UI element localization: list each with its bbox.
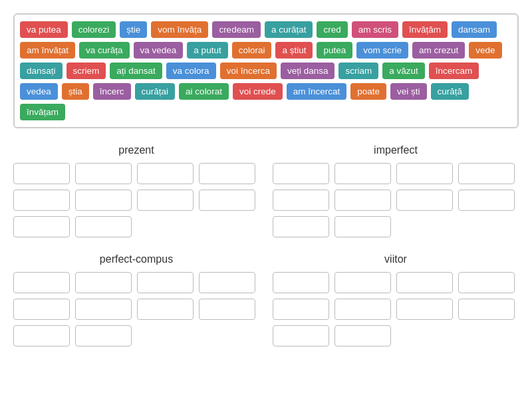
word-chip[interactable]: va curăța: [79, 42, 130, 59]
word-bank: va puteacoloreziștievom învățacredeama c…: [13, 13, 519, 128]
drop-box[interactable]: [75, 163, 132, 184]
drop-box[interactable]: [458, 190, 515, 211]
word-chip[interactable]: va putea: [20, 21, 68, 38]
word-chip[interactable]: voi încerca: [220, 63, 277, 79]
word-chip[interactable]: încerc: [93, 83, 131, 100]
word-chip[interactable]: dansam: [452, 21, 497, 38]
word-chip[interactable]: curăță: [431, 83, 469, 100]
category-title-perfect-compus: perfect-compus: [13, 253, 259, 265]
drop-row: [273, 325, 519, 346]
drop-box[interactable]: [273, 216, 329, 237]
word-chip[interactable]: a curățat: [265, 21, 313, 38]
drop-box[interactable]: [273, 163, 329, 184]
drop-box[interactable]: [396, 272, 453, 293]
drop-box[interactable]: [137, 190, 194, 211]
drop-box[interactable]: [75, 299, 132, 320]
drop-row: [13, 272, 259, 293]
drop-row: [13, 216, 259, 237]
drop-box[interactable]: [458, 163, 515, 184]
drop-box[interactable]: [137, 299, 194, 320]
drop-box[interactable]: [75, 190, 132, 211]
drop-row: [13, 325, 259, 346]
drop-grid-prezent: [13, 163, 259, 237]
word-chip[interactable]: vom scrie: [356, 42, 408, 59]
category-prezent: prezent: [13, 144, 259, 237]
category-viitor: viitor: [273, 253, 519, 346]
drop-box[interactable]: [13, 216, 70, 237]
drop-box[interactable]: [199, 190, 255, 211]
word-chip[interactable]: scriam: [338, 63, 378, 79]
drop-box[interactable]: [273, 299, 329, 320]
drop-box[interactable]: [396, 163, 453, 184]
word-chip[interactable]: am scris: [352, 21, 398, 38]
drop-box[interactable]: [13, 163, 70, 184]
drop-box[interactable]: [334, 216, 391, 237]
drop-box[interactable]: [273, 272, 329, 293]
drop-box[interactable]: [137, 163, 194, 184]
word-chip[interactable]: cred: [317, 21, 347, 38]
drop-box[interactable]: [273, 190, 329, 211]
word-chip[interactable]: vede: [469, 42, 501, 59]
word-chip[interactable]: încercam: [429, 63, 479, 79]
drop-box[interactable]: [13, 325, 70, 346]
word-chip[interactable]: ai colorat: [179, 83, 229, 100]
drop-box[interactable]: [334, 272, 391, 293]
drop-box[interactable]: [273, 325, 329, 346]
drop-box[interactable]: [458, 272, 515, 293]
word-chip[interactable]: va colora: [166, 63, 216, 79]
drop-box[interactable]: [334, 190, 391, 211]
word-chip[interactable]: a putut: [187, 42, 227, 59]
word-chip[interactable]: dansați: [20, 63, 63, 79]
category-perfect-compus: perfect-compus: [13, 253, 259, 346]
word-chip[interactable]: voi crede: [233, 83, 283, 100]
drop-box[interactable]: [199, 299, 255, 320]
word-chip[interactable]: știa: [62, 83, 89, 100]
drop-row: [273, 299, 519, 320]
word-chip[interactable]: colorai: [232, 42, 272, 59]
drop-box[interactable]: [75, 272, 132, 293]
drop-box[interactable]: [199, 163, 255, 184]
word-chip[interactable]: am crezut: [412, 42, 465, 59]
drop-box[interactable]: [458, 299, 515, 320]
word-chip[interactable]: învățăm: [402, 21, 448, 38]
word-chip[interactable]: a știut: [275, 42, 313, 59]
word-chip[interactable]: scriem: [66, 63, 106, 79]
word-chip[interactable]: putea: [317, 42, 352, 59]
word-chip[interactable]: credeam: [212, 21, 261, 38]
category-title-prezent: prezent: [13, 144, 259, 156]
word-chip[interactable]: vedea: [20, 83, 58, 100]
drop-box[interactable]: [199, 272, 255, 293]
drop-box[interactable]: [334, 299, 391, 320]
word-chip[interactable]: poate: [350, 83, 386, 100]
drop-box[interactable]: [13, 299, 70, 320]
word-chip[interactable]: veți dansa: [281, 63, 335, 79]
word-chip[interactable]: va vedea: [134, 42, 184, 59]
word-chip[interactable]: învățam: [20, 104, 65, 120]
word-chip[interactable]: ați dansat: [110, 63, 162, 79]
drop-row: [273, 216, 519, 237]
drop-box[interactable]: [396, 299, 453, 320]
drop-grid-viitor: [273, 272, 519, 346]
drop-box[interactable]: [75, 216, 132, 237]
word-chip[interactable]: știe: [120, 21, 147, 38]
drop-box[interactable]: [396, 190, 453, 211]
drop-box[interactable]: [334, 325, 391, 346]
word-chip[interactable]: vei ști: [390, 83, 427, 100]
drop-box[interactable]: [13, 190, 70, 211]
word-chip[interactable]: curățai: [135, 83, 176, 100]
word-chip[interactable]: a văzut: [382, 63, 425, 79]
word-chip[interactable]: vom învăța: [151, 21, 208, 38]
word-chip[interactable]: colorezi: [72, 21, 116, 38]
drop-row: [13, 163, 259, 184]
drop-row: [273, 190, 519, 211]
drop-box[interactable]: [334, 163, 391, 184]
word-chip[interactable]: am încercat: [287, 83, 347, 100]
drop-box[interactable]: [13, 272, 70, 293]
category-title-imperfect: imperfect: [273, 144, 519, 156]
word-chip[interactable]: am învățat: [20, 42, 75, 59]
drop-box[interactable]: [137, 272, 194, 293]
drop-row: [273, 163, 519, 184]
drop-row: [273, 272, 519, 293]
category-title-viitor: viitor: [273, 253, 519, 265]
drop-box[interactable]: [75, 325, 132, 346]
